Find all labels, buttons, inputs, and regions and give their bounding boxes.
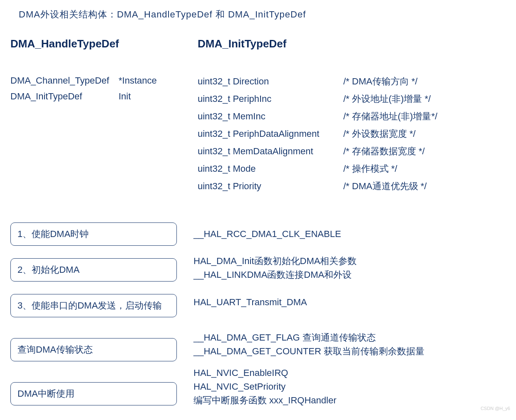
field-comment: /* 存储器地址(非)增量*/ xyxy=(343,110,506,123)
field-name: *Instance xyxy=(119,75,177,86)
heading-init: DMA_InitTypeDef xyxy=(198,37,506,50)
desc-line: HAL_UART_Transmit_DMA xyxy=(194,295,506,309)
table-row: uint32_t Priority /* DMA通道优先级 */ xyxy=(198,180,506,193)
desc-line: __HAL_RCC_DMA1_CLK_ENABLE xyxy=(194,227,506,241)
field-name: Init xyxy=(119,91,177,102)
watermark: CSDN @H_y6 xyxy=(481,406,510,411)
field-comment: /* DMA通道优先级 */ xyxy=(343,180,506,193)
heading-handle: DMA_HandleTypeDef xyxy=(10,37,185,50)
field-comment: /* 外设数据宽度 */ xyxy=(343,128,506,140)
desc-line: __HAL_DMA_GET_FLAG 查询通道传输状态 xyxy=(194,331,506,344)
field-type: uint32_t PeriphInc xyxy=(198,94,343,104)
step-desc-5: HAL_NVIC_EnableIRQ HAL_NVIC_SetPriority … xyxy=(194,366,506,407)
step-desc-3: HAL_UART_Transmit_DMA xyxy=(194,291,506,313)
desc-line: HAL_NVIC_SetPriority xyxy=(194,380,506,393)
desc-line: HAL_NVIC_EnableIRQ xyxy=(194,366,506,380)
table-row: uint32_t MemInc /* 存储器地址(非)增量*/ xyxy=(198,110,506,123)
table-row: uint32_t MemDataAlignment /* 存储器数据宽度 */ xyxy=(198,145,506,158)
step-box-3: 3、使能串口的DMA发送，启动传输 xyxy=(10,294,177,317)
table-row: uint32_t Direction /* DMA传输方向 */ xyxy=(198,75,506,88)
desc-line: __HAL_LINKDMA函数连接DMA和外设 xyxy=(194,268,506,282)
field-comment: /* 操作模式 */ xyxy=(343,163,506,175)
desc-line: 编写中断服务函数 xxx_IRQHandler xyxy=(194,393,506,407)
handle-table: DMA_Channel_TypeDef *Instance DMA_InitTy… xyxy=(10,75,185,102)
field-type: DMA_InitTypeDef xyxy=(10,91,119,102)
field-type: uint32_t PeriphDataAlignment xyxy=(198,128,343,139)
field-type: uint32_t MemInc xyxy=(198,111,343,122)
field-type: DMA_Channel_TypeDef xyxy=(10,75,119,86)
step-desc-2: HAL_DMA_Init函数初始化DMA相关参数 __HAL_LINKDMA函数… xyxy=(194,254,506,282)
field-comment: /* 存储器数据宽度 */ xyxy=(343,145,506,158)
desc-line: HAL_DMA_Init函数初始化DMA相关参数 xyxy=(194,254,506,268)
desc-line: __HAL_DMA_GET_COUNTER 获取当前传输剩余数据量 xyxy=(194,344,506,358)
field-comment: /* DMA传输方向 */ xyxy=(343,75,506,88)
steps-right-col: __HAL_RCC_DMA1_CLK_ENABLE HAL_DMA_Init函数… xyxy=(194,222,506,407)
field-type: uint32_t MemDataAlignment xyxy=(198,146,343,157)
step-box-2: 2、初始化DMA xyxy=(10,258,177,282)
field-type: uint32_t Direction xyxy=(198,76,343,87)
table-row: uint32_t PeriphDataAlignment /* 外设数据宽度 *… xyxy=(198,128,506,140)
steps-left-col: 1、使能DMA时钟 2、初始化DMA 3、使能串口的DMA发送，启动传输 查询D… xyxy=(10,222,177,407)
step-box-1: 1、使能DMA时钟 xyxy=(10,222,177,246)
col-handle-typedef: DMA_HandleTypeDef DMA_Channel_TypeDef *I… xyxy=(10,37,185,198)
steps-section: 1、使能DMA时钟 2、初始化DMA 3、使能串口的DMA发送，启动传输 查询D… xyxy=(10,222,506,407)
table-row: uint32_t PeriphInc /* 外设地址(非)增量 */ xyxy=(198,93,506,105)
col-init-typedef: DMA_InitTypeDef uint32_t Direction /* DM… xyxy=(198,37,506,198)
struct-section: DMA_HandleTypeDef DMA_Channel_TypeDef *I… xyxy=(10,37,506,198)
step-desc-4: __HAL_DMA_GET_FLAG 查询通道传输状态 __HAL_DMA_GE… xyxy=(194,331,506,358)
step-desc-1: __HAL_RCC_DMA1_CLK_ENABLE xyxy=(194,222,506,245)
table-row: DMA_InitTypeDef Init xyxy=(10,91,185,102)
table-row: uint32_t Mode /* 操作模式 */ xyxy=(198,163,506,175)
init-table: uint32_t Direction /* DMA传输方向 */ uint32_… xyxy=(198,75,506,193)
field-type: uint32_t Mode xyxy=(198,163,343,174)
step-box-5: DMA中断使用 xyxy=(10,382,177,405)
step-box-4: 查询DMA传输状态 xyxy=(10,338,177,361)
table-row: DMA_Channel_TypeDef *Instance xyxy=(10,75,185,86)
field-comment: /* 外设地址(非)增量 */ xyxy=(343,93,506,105)
field-type: uint32_t Priority xyxy=(198,181,343,192)
intro-text: DMA外设相关结构体：DMA_HandleTypeDef 和 DMA_InitT… xyxy=(19,8,506,21)
